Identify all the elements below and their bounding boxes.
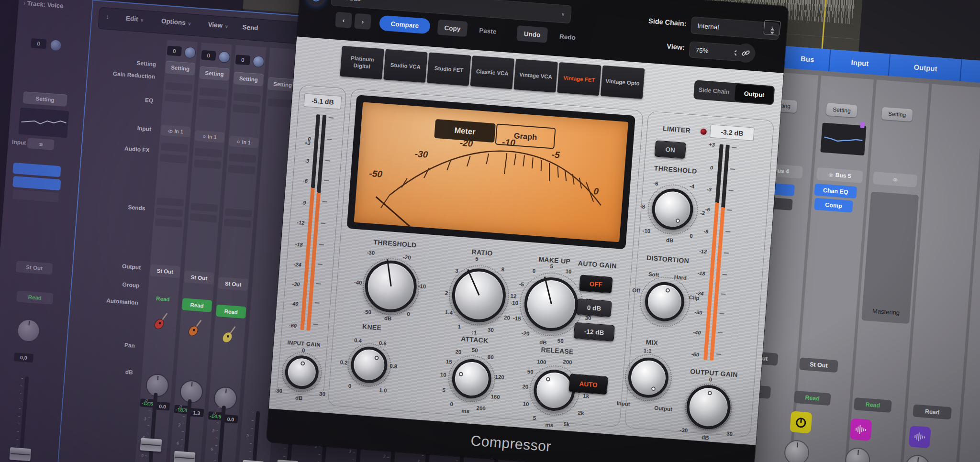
- threshold-knob[interactable]: [363, 259, 419, 314]
- paste-button[interactable]: Paste: [470, 22, 505, 40]
- automation-button[interactable]: Read: [216, 305, 246, 319]
- knee-knob[interactable]: [350, 345, 389, 384]
- output-button[interactable]: St Out: [218, 277, 248, 291]
- attack-knob[interactable]: [451, 358, 493, 400]
- model-tab-classic-vca[interactable]: Classic VCA: [470, 55, 515, 89]
- next-preset-button[interactable]: ›: [354, 13, 371, 30]
- audio-fx-slot[interactable]: [195, 148, 222, 157]
- waveform-plugin-icon[interactable]: [909, 426, 931, 448]
- input-gain-knob[interactable]: [284, 354, 320, 390]
- model-tab-studio-vca[interactable]: Studio VCA: [383, 49, 428, 83]
- eq-slot[interactable]: [165, 82, 192, 91]
- plugin-slot-selected[interactable]: [12, 176, 61, 190]
- output-button[interactable]: St Out: [184, 270, 214, 285]
- send-slot[interactable]: [190, 213, 217, 222]
- send-slot[interactable]: [156, 198, 184, 207]
- fader-cap[interactable]: [277, 460, 299, 462]
- gain-knob[interactable]: [218, 51, 231, 63]
- mix-knob[interactable]: [627, 356, 670, 399]
- eq-curve-thumbnail[interactable]: [820, 122, 866, 155]
- model-tab-vintage-vca[interactable]: Vintage VCA: [513, 59, 558, 92]
- eq-curve-thumbnail[interactable]: [18, 108, 69, 138]
- model-tab-studio-fet[interactable]: Studio FET: [427, 52, 471, 86]
- tab-input[interactable]: Input: [828, 49, 891, 76]
- eq-slot[interactable]: [234, 93, 261, 102]
- power-button[interactable]: [306, 0, 326, 7]
- fader-cap[interactable]: [140, 438, 162, 452]
- menu-send[interactable]: Send: [242, 23, 258, 32]
- fader-cap[interactable]: [242, 460, 264, 462]
- compare-button[interactable]: Compare: [379, 15, 431, 34]
- setting-button[interactable]: Setting: [234, 72, 264, 87]
- display-tab-graph[interactable]: Graph: [495, 123, 556, 149]
- plugin-slot[interactable]: [12, 189, 59, 202]
- setting-button[interactable]: Setting: [22, 91, 67, 107]
- setting-button[interactable]: Setting: [199, 66, 230, 81]
- side-chain-toggle[interactable]: Side Chain: [693, 80, 735, 102]
- undo-button[interactable]: Undo: [516, 25, 548, 43]
- input-slot[interactable]: ○In 1: [194, 130, 224, 143]
- open-window-icon[interactable]: ↑: [763, 20, 780, 35]
- output-button[interactable]: St Out: [150, 264, 180, 278]
- fader-cap[interactable]: [174, 451, 196, 462]
- send-slot[interactable]: [191, 203, 218, 212]
- copy-button[interactable]: Copy: [437, 20, 468, 37]
- audio-fx-slot[interactable]: [229, 154, 256, 163]
- send-slot[interactable]: [224, 219, 251, 228]
- input-slot[interactable]: ○○In 1: [160, 125, 190, 138]
- model-tab-platinum-digital[interactable]: Platinum Digital: [340, 46, 384, 79]
- auto-gain-minus12db-button[interactable]: -12 dB: [574, 322, 615, 341]
- audio-fx-slot[interactable]: [161, 143, 188, 152]
- prev-preset-button[interactable]: ‹: [335, 12, 352, 28]
- audio-fx-slot[interactable]: [194, 159, 221, 169]
- output-toggle-selected[interactable]: Output: [735, 84, 774, 104]
- automation-button[interactable]: Read: [16, 290, 54, 305]
- setting-button[interactable]: Setting: [826, 103, 858, 118]
- gain-knob[interactable]: [252, 55, 265, 68]
- send-slot[interactable]: [225, 208, 252, 217]
- eq-slot[interactable]: [267, 98, 295, 108]
- tab-master-vc[interactable]: Master/VC: [959, 59, 980, 90]
- send-slot[interactable]: [155, 219, 182, 228]
- redo-button[interactable]: Redo: [551, 28, 584, 45]
- model-tab-vintage-opto[interactable]: Vintage Opto: [601, 66, 645, 99]
- tab-bus[interactable]: Bus: [783, 46, 831, 71]
- setting-button[interactable]: Setting: [881, 107, 913, 122]
- audio-fx-slot[interactable]: [160, 154, 187, 164]
- track-notes-area[interactable]: Mastering: [861, 191, 919, 324]
- gain-knob[interactable]: [50, 39, 62, 52]
- eq-slot[interactable]: [164, 93, 191, 103]
- auto-gain-off-button[interactable]: OFF: [579, 275, 612, 293]
- track-header[interactable]: › Track: Voice: [23, 0, 63, 10]
- plugin-slot-selected[interactable]: [12, 163, 61, 177]
- audio-fx-slot[interactable]: [228, 165, 256, 175]
- eq-slot[interactable]: [200, 88, 227, 97]
- automation-button[interactable]: Read: [148, 292, 178, 306]
- pan-knob[interactable]: [16, 319, 41, 343]
- send-slot[interactable]: [156, 208, 183, 217]
- model-tab-vintage-fet-selected[interactable]: Vintage FET: [557, 62, 601, 96]
- make-up-knob[interactable]: [523, 275, 580, 333]
- waveform-plugin-icon[interactable]: [849, 418, 872, 441]
- setting-button[interactable]: Setting: [165, 61, 196, 76]
- input-slot[interactable]: ○In 1: [229, 136, 259, 149]
- stereo-format-button[interactable]: ○○: [27, 138, 54, 150]
- auto-release-button[interactable]: AUTO: [568, 374, 608, 395]
- eq-slot[interactable]: [199, 99, 226, 109]
- fader-cap[interactable]: [9, 447, 31, 461]
- menu-edit[interactable]: Edit∨: [126, 15, 144, 23]
- output-gain-knob[interactable]: [685, 384, 732, 431]
- limiter-threshold-knob[interactable]: [650, 187, 694, 231]
- limiter-on-button[interactable]: ON: [655, 140, 686, 159]
- eq-slot[interactable]: [233, 104, 260, 114]
- view-zoom-selector[interactable]: 75%: [689, 41, 743, 61]
- output-button[interactable]: St Out: [16, 261, 53, 275]
- distortion-knob[interactable]: [644, 281, 686, 323]
- gauge-plugin-icon[interactable]: [790, 411, 812, 433]
- auto-gain-0db-button[interactable]: 0 dB: [576, 298, 612, 317]
- gain-knob[interactable]: [184, 46, 196, 59]
- updown-icon[interactable]: ↕: [106, 13, 110, 21]
- menu-options[interactable]: Options∨: [161, 17, 191, 27]
- automation-button[interactable]: Read: [182, 298, 212, 312]
- menu-view[interactable]: View∨: [208, 21, 228, 30]
